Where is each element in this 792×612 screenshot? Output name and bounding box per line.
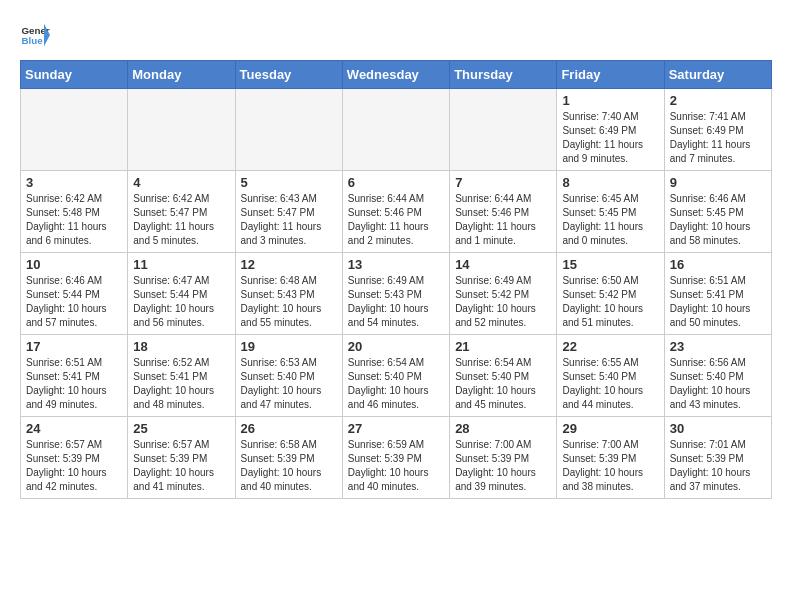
day-number: 26 <box>241 421 337 436</box>
calendar-week-3: 10Sunrise: 6:46 AM Sunset: 5:44 PM Dayli… <box>21 253 772 335</box>
day-info: Sunrise: 6:53 AM Sunset: 5:40 PM Dayligh… <box>241 356 337 412</box>
calendar-cell: 19Sunrise: 6:53 AM Sunset: 5:40 PM Dayli… <box>235 335 342 417</box>
calendar-cell <box>235 89 342 171</box>
day-number: 2 <box>670 93 766 108</box>
calendar-cell: 15Sunrise: 6:50 AM Sunset: 5:42 PM Dayli… <box>557 253 664 335</box>
weekday-header-thursday: Thursday <box>450 61 557 89</box>
day-number: 4 <box>133 175 229 190</box>
weekday-header-wednesday: Wednesday <box>342 61 449 89</box>
day-number: 16 <box>670 257 766 272</box>
day-number: 21 <box>455 339 551 354</box>
day-number: 13 <box>348 257 444 272</box>
day-number: 1 <box>562 93 658 108</box>
day-info: Sunrise: 6:44 AM Sunset: 5:46 PM Dayligh… <box>455 192 551 248</box>
day-number: 20 <box>348 339 444 354</box>
day-number: 5 <box>241 175 337 190</box>
weekday-header-row: SundayMondayTuesdayWednesdayThursdayFrid… <box>21 61 772 89</box>
calendar-cell <box>21 89 128 171</box>
calendar-cell: 3Sunrise: 6:42 AM Sunset: 5:48 PM Daylig… <box>21 171 128 253</box>
day-info: Sunrise: 6:59 AM Sunset: 5:39 PM Dayligh… <box>348 438 444 494</box>
day-info: Sunrise: 6:51 AM Sunset: 5:41 PM Dayligh… <box>26 356 122 412</box>
day-info: Sunrise: 6:42 AM Sunset: 5:47 PM Dayligh… <box>133 192 229 248</box>
calendar-cell: 10Sunrise: 6:46 AM Sunset: 5:44 PM Dayli… <box>21 253 128 335</box>
day-info: Sunrise: 6:42 AM Sunset: 5:48 PM Dayligh… <box>26 192 122 248</box>
calendar-cell: 6Sunrise: 6:44 AM Sunset: 5:46 PM Daylig… <box>342 171 449 253</box>
day-number: 7 <box>455 175 551 190</box>
day-info: Sunrise: 6:52 AM Sunset: 5:41 PM Dayligh… <box>133 356 229 412</box>
day-info: Sunrise: 6:55 AM Sunset: 5:40 PM Dayligh… <box>562 356 658 412</box>
day-info: Sunrise: 6:58 AM Sunset: 5:39 PM Dayligh… <box>241 438 337 494</box>
day-number: 27 <box>348 421 444 436</box>
calendar-cell: 26Sunrise: 6:58 AM Sunset: 5:39 PM Dayli… <box>235 417 342 499</box>
day-number: 3 <box>26 175 122 190</box>
calendar-cell: 23Sunrise: 6:56 AM Sunset: 5:40 PM Dayli… <box>664 335 771 417</box>
calendar-cell: 13Sunrise: 6:49 AM Sunset: 5:43 PM Dayli… <box>342 253 449 335</box>
calendar-cell: 29Sunrise: 7:00 AM Sunset: 5:39 PM Dayli… <box>557 417 664 499</box>
calendar-cell: 24Sunrise: 6:57 AM Sunset: 5:39 PM Dayli… <box>21 417 128 499</box>
weekday-header-tuesday: Tuesday <box>235 61 342 89</box>
day-info: Sunrise: 6:46 AM Sunset: 5:45 PM Dayligh… <box>670 192 766 248</box>
weekday-header-saturday: Saturday <box>664 61 771 89</box>
calendar-cell <box>450 89 557 171</box>
day-number: 11 <box>133 257 229 272</box>
day-info: Sunrise: 6:46 AM Sunset: 5:44 PM Dayligh… <box>26 274 122 330</box>
day-info: Sunrise: 6:57 AM Sunset: 5:39 PM Dayligh… <box>26 438 122 494</box>
calendar-cell: 9Sunrise: 6:46 AM Sunset: 5:45 PM Daylig… <box>664 171 771 253</box>
day-info: Sunrise: 6:48 AM Sunset: 5:43 PM Dayligh… <box>241 274 337 330</box>
calendar-cell: 28Sunrise: 7:00 AM Sunset: 5:39 PM Dayli… <box>450 417 557 499</box>
calendar-week-2: 3Sunrise: 6:42 AM Sunset: 5:48 PM Daylig… <box>21 171 772 253</box>
day-info: Sunrise: 6:57 AM Sunset: 5:39 PM Dayligh… <box>133 438 229 494</box>
calendar-cell: 1Sunrise: 7:40 AM Sunset: 6:49 PM Daylig… <box>557 89 664 171</box>
weekday-header-friday: Friday <box>557 61 664 89</box>
day-info: Sunrise: 6:44 AM Sunset: 5:46 PM Dayligh… <box>348 192 444 248</box>
calendar-cell <box>342 89 449 171</box>
page-header: General Blue <box>20 20 772 50</box>
day-number: 18 <box>133 339 229 354</box>
day-info: Sunrise: 6:54 AM Sunset: 5:40 PM Dayligh… <box>455 356 551 412</box>
calendar-cell: 22Sunrise: 6:55 AM Sunset: 5:40 PM Dayli… <box>557 335 664 417</box>
day-info: Sunrise: 6:51 AM Sunset: 5:41 PM Dayligh… <box>670 274 766 330</box>
weekday-header-sunday: Sunday <box>21 61 128 89</box>
calendar-cell: 25Sunrise: 6:57 AM Sunset: 5:39 PM Dayli… <box>128 417 235 499</box>
day-number: 19 <box>241 339 337 354</box>
day-info: Sunrise: 6:49 AM Sunset: 5:42 PM Dayligh… <box>455 274 551 330</box>
day-info: Sunrise: 7:00 AM Sunset: 5:39 PM Dayligh… <box>455 438 551 494</box>
calendar-cell: 27Sunrise: 6:59 AM Sunset: 5:39 PM Dayli… <box>342 417 449 499</box>
calendar-cell: 14Sunrise: 6:49 AM Sunset: 5:42 PM Dayli… <box>450 253 557 335</box>
day-number: 15 <box>562 257 658 272</box>
svg-text:Blue: Blue <box>22 35 44 46</box>
day-number: 24 <box>26 421 122 436</box>
day-info: Sunrise: 6:56 AM Sunset: 5:40 PM Dayligh… <box>670 356 766 412</box>
day-number: 17 <box>26 339 122 354</box>
day-number: 30 <box>670 421 766 436</box>
calendar-cell: 17Sunrise: 6:51 AM Sunset: 5:41 PM Dayli… <box>21 335 128 417</box>
day-info: Sunrise: 6:49 AM Sunset: 5:43 PM Dayligh… <box>348 274 444 330</box>
day-number: 22 <box>562 339 658 354</box>
calendar-cell: 11Sunrise: 6:47 AM Sunset: 5:44 PM Dayli… <box>128 253 235 335</box>
calendar-cell: 5Sunrise: 6:43 AM Sunset: 5:47 PM Daylig… <box>235 171 342 253</box>
day-number: 8 <box>562 175 658 190</box>
day-number: 10 <box>26 257 122 272</box>
day-number: 25 <box>133 421 229 436</box>
calendar-table: SundayMondayTuesdayWednesdayThursdayFrid… <box>20 60 772 499</box>
day-info: Sunrise: 6:43 AM Sunset: 5:47 PM Dayligh… <box>241 192 337 248</box>
calendar-cell: 4Sunrise: 6:42 AM Sunset: 5:47 PM Daylig… <box>128 171 235 253</box>
calendar-cell: 2Sunrise: 7:41 AM Sunset: 6:49 PM Daylig… <box>664 89 771 171</box>
logo: General Blue <box>20 20 54 50</box>
logo-icon: General Blue <box>20 20 50 50</box>
day-info: Sunrise: 6:50 AM Sunset: 5:42 PM Dayligh… <box>562 274 658 330</box>
weekday-header-monday: Monday <box>128 61 235 89</box>
calendar-week-1: 1Sunrise: 7:40 AM Sunset: 6:49 PM Daylig… <box>21 89 772 171</box>
day-info: Sunrise: 6:54 AM Sunset: 5:40 PM Dayligh… <box>348 356 444 412</box>
calendar-cell: 20Sunrise: 6:54 AM Sunset: 5:40 PM Dayli… <box>342 335 449 417</box>
day-info: Sunrise: 6:47 AM Sunset: 5:44 PM Dayligh… <box>133 274 229 330</box>
day-number: 29 <box>562 421 658 436</box>
calendar-cell: 21Sunrise: 6:54 AM Sunset: 5:40 PM Dayli… <box>450 335 557 417</box>
calendar-cell: 16Sunrise: 6:51 AM Sunset: 5:41 PM Dayli… <box>664 253 771 335</box>
day-number: 14 <box>455 257 551 272</box>
calendar-week-4: 17Sunrise: 6:51 AM Sunset: 5:41 PM Dayli… <box>21 335 772 417</box>
calendar-cell <box>128 89 235 171</box>
day-info: Sunrise: 6:45 AM Sunset: 5:45 PM Dayligh… <box>562 192 658 248</box>
calendar-week-5: 24Sunrise: 6:57 AM Sunset: 5:39 PM Dayli… <box>21 417 772 499</box>
day-info: Sunrise: 7:41 AM Sunset: 6:49 PM Dayligh… <box>670 110 766 166</box>
